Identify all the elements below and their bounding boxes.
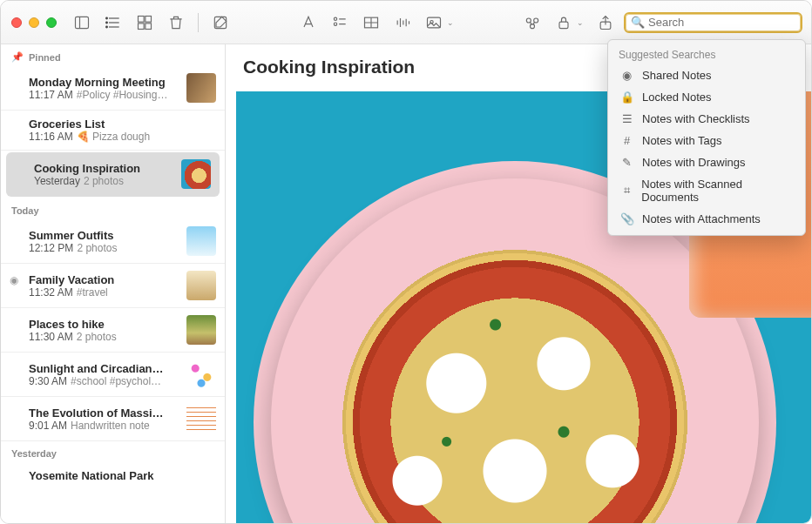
- note-sub: 11:30 AM2 photos: [29, 331, 179, 343]
- svg-rect-0: [76, 17, 89, 28]
- view-controls: [72, 13, 186, 32]
- note-thumbnail: [186, 271, 216, 300]
- suggested-shared[interactable]: ◉Shared Notes: [608, 64, 805, 86]
- note-sub: 11:17 AM#Policy #Housing…: [29, 89, 179, 101]
- shared-icon: ◉: [620, 69, 633, 82]
- suggested-locked[interactable]: 🔒Locked Notes: [608, 86, 805, 108]
- text-format-icon[interactable]: [299, 13, 318, 32]
- checklist-icon[interactable]: [330, 13, 349, 32]
- edit-controls: [211, 13, 230, 32]
- note-sub: 11:16 AM🍕 Pizza dough: [29, 131, 216, 143]
- list-view-icon[interactable]: [104, 13, 123, 32]
- svg-point-29: [531, 24, 535, 28]
- suggested-drawings[interactable]: ✎Notes with Drawings: [608, 151, 805, 173]
- media-icon[interactable]: [424, 13, 443, 32]
- link-icon[interactable]: [523, 13, 542, 32]
- note-thumbnail: [186, 315, 216, 345]
- table-icon[interactable]: [362, 13, 381, 32]
- search-icon: 🔍: [631, 16, 645, 29]
- svg-rect-30: [559, 22, 568, 28]
- suggested-checklist[interactable]: ☰Notes with Checklists: [608, 108, 805, 130]
- suggested-label: Notes with Scanned Documents: [641, 178, 795, 204]
- note-thumbnail: [186, 359, 216, 389]
- delete-note-icon[interactable]: [166, 13, 186, 32]
- lock-icon[interactable]: [554, 13, 573, 32]
- note-row-selected[interactable]: Cooking Inspiration Yesterday2 photos: [6, 152, 220, 197]
- lock-chevron-icon[interactable]: ⌄: [577, 18, 584, 27]
- yesterday-header: Yesterday: [1, 441, 225, 462]
- svg-point-6: [106, 22, 108, 24]
- window-controls: [11, 17, 57, 28]
- zoom-window-button[interactable]: [46, 17, 57, 28]
- note-row[interactable]: Yosemite National Park: [1, 462, 225, 489]
- pin-icon: 📌: [11, 51, 24, 63]
- toggle-sidebar-icon[interactable]: [72, 13, 91, 32]
- note-title: Places to hike: [29, 318, 179, 331]
- notes-list: 📌 Pinned Monday Morning Meeting 11:17 AM…: [1, 44, 226, 523]
- note-row[interactable]: Groceries List 11:16 AM🍕 Pizza dough: [1, 111, 225, 151]
- svg-point-7: [106, 26, 108, 28]
- tag-icon: #: [620, 134, 633, 147]
- suggested-label: Notes with Checklists: [642, 112, 750, 125]
- gallery-view-icon[interactable]: [135, 13, 154, 32]
- media-chevron-icon[interactable]: ⌄: [447, 18, 454, 27]
- close-window-button[interactable]: [11, 17, 22, 28]
- suggested-scanned[interactable]: ⌗Notes with Scanned Documents: [608, 173, 805, 208]
- attachment-icon: 📎: [620, 212, 633, 225]
- svg-point-13: [334, 17, 336, 20]
- drawing-icon: ✎: [620, 156, 633, 169]
- note-thumbnail: [186, 73, 216, 103]
- checklist-icon: ☰: [620, 112, 633, 125]
- suggested-label: Notes with Attachments: [642, 212, 761, 225]
- note-sub: 12:12 PM2 photos: [29, 242, 179, 254]
- locked-icon: 🔒: [620, 91, 633, 104]
- scan-icon: ⌗: [620, 184, 633, 198]
- note-row[interactable]: Sunlight and Circadian… 9:30 AM#school #…: [1, 353, 225, 397]
- search-input[interactable]: [648, 16, 795, 29]
- note-title: Sunlight and Circadian…: [29, 362, 179, 375]
- section-label: Today: [11, 205, 39, 216]
- section-label: Pinned: [29, 52, 61, 63]
- svg-rect-9: [145, 16, 152, 22]
- toolbar: ⌄ ⌄ 🔍 Suggested Searches ◉Shared Notes 🔒…: [1, 1, 811, 44]
- svg-rect-11: [145, 23, 152, 29]
- note-title: Summer Outfits: [29, 229, 179, 242]
- format-controls: ⌄: [299, 13, 454, 32]
- svg-point-5: [106, 17, 108, 19]
- share-controls: ⌄: [523, 13, 615, 32]
- suggested-label: Notes with Tags: [642, 134, 722, 147]
- new-note-icon[interactable]: [211, 13, 230, 32]
- note-sub: 9:30 AM#school #psychol…: [29, 375, 179, 387]
- toolbar-separator: [198, 13, 199, 32]
- note-title: Groceries List: [29, 118, 216, 131]
- today-header: Today: [1, 198, 225, 219]
- suggested-attach[interactable]: 📎Notes with Attachments: [608, 208, 805, 230]
- suggested-header: Suggested Searches: [608, 45, 805, 64]
- pizza-emoji-icon: 🍕: [77, 131, 92, 143]
- svg-point-15: [334, 23, 336, 25]
- svg-rect-10: [139, 23, 145, 29]
- note-thumbnail: [181, 159, 211, 189]
- note-sub: 11:32 AM#travel: [29, 286, 179, 299]
- note-thumbnail: [186, 226, 216, 256]
- shared-badge-icon: ◉: [10, 274, 18, 286]
- suggested-label: Locked Notes: [642, 91, 712, 104]
- note-title: Cooking Inspiration: [34, 162, 174, 175]
- search-field[interactable]: 🔍: [624, 12, 802, 33]
- svg-rect-8: [139, 16, 145, 22]
- audio-icon[interactable]: [393, 13, 412, 32]
- note-title: Family Vacation: [29, 273, 179, 286]
- note-row[interactable]: The Evolution of Massi… 9:01 AMHandwritt…: [1, 397, 225, 441]
- share-icon[interactable]: [596, 13, 615, 32]
- pinned-header: 📌 Pinned: [1, 44, 225, 66]
- note-row[interactable]: Places to hike 11:30 AM2 photos: [1, 308, 225, 353]
- note-thumbnail: [186, 404, 216, 433]
- note-row[interactable]: Monday Morning Meeting 11:17 AM#Policy #…: [1, 66, 225, 111]
- note-row[interactable]: ◉ Family Vacation 11:32 AM#travel: [1, 264, 225, 308]
- suggested-label: Notes with Drawings: [642, 156, 746, 169]
- note-row[interactable]: Summer Outfits 12:12 PM2 photos: [1, 219, 225, 264]
- suggested-tags[interactable]: #Notes with Tags: [608, 130, 805, 151]
- minimize-window-button[interactable]: [29, 17, 39, 28]
- note-sub: Yesterday2 photos: [34, 175, 174, 187]
- note-title: Monday Morning Meeting: [29, 76, 179, 89]
